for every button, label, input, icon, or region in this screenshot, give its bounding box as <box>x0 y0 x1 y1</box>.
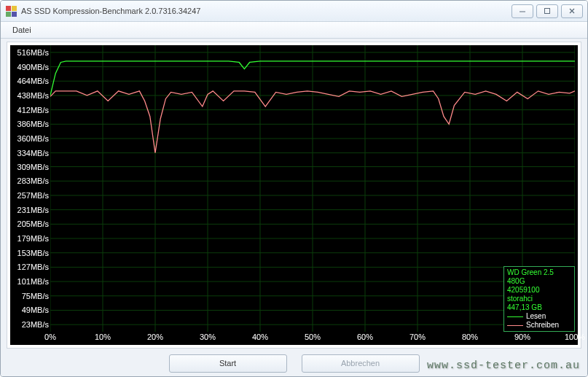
x-tick-label: 90% <box>514 333 530 341</box>
y-tick-label: 179MB/s <box>17 234 49 243</box>
y-tick-label: 516MB/s <box>17 48 49 57</box>
window-title: AS SSD Kompression-Benchmark 2.0.7316.34… <box>21 7 200 15</box>
x-tick-label: 70% <box>409 333 426 341</box>
legend-capacity: 447,13 GB <box>507 303 571 312</box>
legend-line-red <box>507 325 523 326</box>
x-tick-label: 60% <box>357 333 373 341</box>
x-tick-label: 10% <box>95 333 111 341</box>
y-tick-label: 438MB/s <box>17 91 49 100</box>
y-tick-label: 412MB/s <box>17 106 49 114</box>
y-tick-label: 205MB/s <box>17 219 49 228</box>
title-bar: AS SSD Kompression-Benchmark 2.0.7316.34… <box>1 1 587 22</box>
x-tick-label: 0% <box>44 333 56 341</box>
y-tick-label: 309MB/s <box>17 163 49 171</box>
app-icon <box>5 5 17 17</box>
y-tick-label: 360MB/s <box>17 134 49 143</box>
y-tick-label: 75MB/s <box>22 292 49 300</box>
y-tick-label: 231MB/s <box>17 206 49 214</box>
y-tick-label: 386MB/s <box>17 120 49 128</box>
svg-rect-1 <box>545 9 550 14</box>
legend-line-green <box>507 316 523 317</box>
x-tick-label: 50% <box>305 333 321 341</box>
y-tick-label: 257MB/s <box>17 191 49 200</box>
legend-box: WD Green 2.5 480G 42059100 storahci 447,… <box>503 266 575 332</box>
app-window: AS SSD Kompression-Benchmark 2.0.7316.34… <box>0 0 588 377</box>
y-tick-label: 334MB/s <box>17 149 49 158</box>
x-axis-labels: 0%10%20%30%40%50%60%70%80%90%100% <box>50 332 575 345</box>
chart-area: 23MB/s49MB/s75MB/s101MB/s127MB/s153MB/s1… <box>10 45 578 345</box>
chart-panel: 23MB/s49MB/s75MB/s101MB/s127MB/s153MB/s1… <box>7 42 581 349</box>
y-tick-label: 490MB/s <box>17 63 49 71</box>
x-tick-label: 30% <box>200 333 216 341</box>
legend-schreiben: Schreiben <box>507 321 571 330</box>
legend-device: WD Green 2.5 480G <box>507 268 571 286</box>
menu-bar: Datei <box>1 22 587 39</box>
y-tick-label: 153MB/s <box>17 249 49 257</box>
maximize-button[interactable] <box>536 4 558 18</box>
y-tick-label: 127MB/s <box>17 263 49 271</box>
x-tick-label: 40% <box>252 333 268 341</box>
legend-driver: storahci <box>507 295 571 303</box>
legend-lesen: Lesen <box>507 312 571 321</box>
close-button[interactable] <box>561 4 583 18</box>
series-svg <box>50 45 575 332</box>
x-tick-label: 100% <box>565 333 585 341</box>
cancel-button: Abbrechen <box>302 354 420 373</box>
y-tick-label: 101MB/s <box>17 277 49 286</box>
footer-bar: Start Abbrechen www.ssd-tester.com.au <box>1 350 587 376</box>
start-button[interactable]: Start <box>169 354 287 373</box>
y-axis-labels: 23MB/s49MB/s75MB/s101MB/s127MB/s153MB/s1… <box>10 45 50 332</box>
x-tick-label: 80% <box>462 333 478 341</box>
window-controls <box>511 4 583 18</box>
watermark-text: www.ssd-tester.com.au <box>427 359 580 372</box>
y-tick-label: 283MB/s <box>17 176 49 185</box>
minimize-button[interactable] <box>511 4 533 18</box>
x-tick-label: 20% <box>147 333 163 341</box>
legend-serial: 42059100 <box>507 286 571 295</box>
y-tick-label: 49MB/s <box>22 306 49 314</box>
y-tick-label: 464MB/s <box>17 77 49 85</box>
y-tick-label: 23MB/s <box>22 320 49 329</box>
plot-area: WD Green 2.5 480G 42059100 storahci 447,… <box>50 45 575 332</box>
menu-datei[interactable]: Datei <box>8 24 36 36</box>
